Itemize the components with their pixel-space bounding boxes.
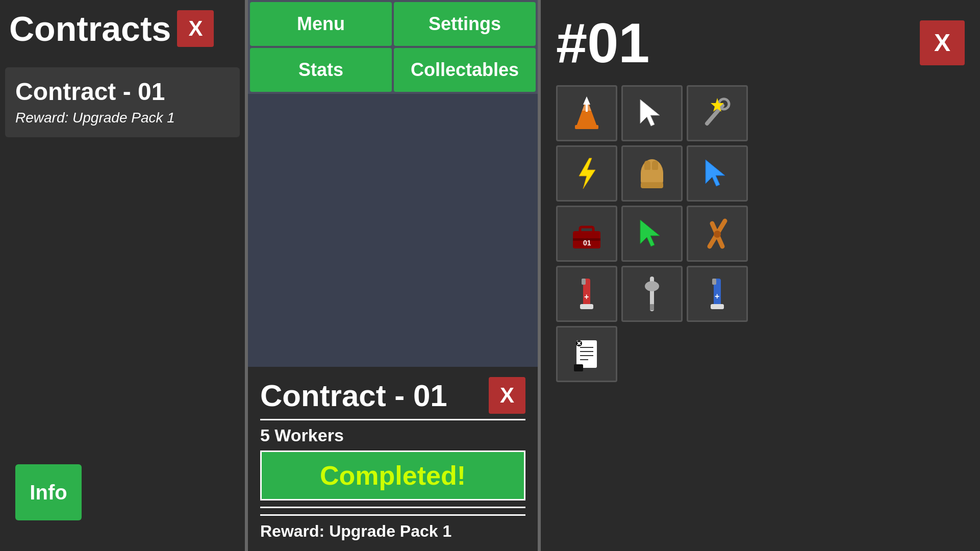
contract-detail-header: Contract - 01 X	[260, 377, 525, 414]
completed-text: Completed!	[320, 461, 466, 490]
svg-marker-15	[706, 160, 725, 186]
right-panel: #01 X	[541, 0, 980, 551]
right-header: #01 X	[546, 5, 975, 85]
eraser-red-icon-cell[interactable]: +	[556, 266, 617, 322]
svg-rect-43	[574, 364, 583, 371]
right-close-button[interactable]: X	[920, 20, 965, 65]
svg-marker-5	[640, 99, 660, 126]
nav-buttons: Menu Settings Stats Collectables	[248, 0, 538, 94]
contract-detail-divider-mid	[260, 507, 525, 508]
completed-banner: Completed!	[260, 450, 525, 500]
center-panel: Menu Settings Stats Collectables Contrac…	[245, 0, 541, 551]
svg-rect-25	[582, 279, 586, 285]
contract-detail-title: Contract - 01	[260, 378, 447, 413]
svg-text:+: +	[584, 292, 589, 301]
svg-rect-30	[650, 304, 654, 310]
contract-detail-card: Contract - 01 X 5 Workers Completed! Rew…	[248, 367, 538, 551]
svg-rect-4	[586, 105, 588, 112]
svg-marker-9	[579, 158, 595, 189]
wrench-star-icon-cell[interactable]	[687, 85, 748, 141]
contracts-close-button[interactable]: X	[177, 10, 214, 47]
contract-detail-divider-bot	[260, 514, 525, 516]
contracts-title-bar: Contracts X	[0, 0, 245, 57]
contract-paper-icon-cell[interactable]	[556, 326, 617, 382]
svg-rect-32	[712, 279, 716, 285]
svg-rect-17	[580, 227, 593, 234]
contract-detail-reward: Reward: Upgrade Pack 1	[260, 522, 525, 541]
contracts-title-text: Contracts	[9, 11, 171, 46]
pliers-brown-icon-cell[interactable]	[687, 206, 748, 262]
screwdriver-icon-cell[interactable]	[621, 266, 683, 322]
cursor-blue-icon-cell[interactable]	[687, 145, 748, 202]
center-content: Contract - 01 X 5 Workers Completed! Rew…	[248, 94, 538, 551]
contract-card-reward: Reward: Upgrade Pack 1	[15, 110, 230, 126]
svg-text:+: +	[715, 292, 719, 300]
contract-detail-close-button[interactable]: X	[489, 377, 525, 414]
collectables-button[interactable]: Collectables	[394, 48, 536, 92]
svg-point-29	[645, 281, 659, 291]
svg-marker-3	[583, 96, 590, 105]
svg-rect-14	[641, 182, 663, 188]
svg-text:01: 01	[583, 239, 591, 247]
icon-grid: 01 +	[546, 85, 758, 382]
svg-rect-12	[652, 161, 658, 171]
svg-rect-11	[644, 161, 650, 171]
glove-icon-cell[interactable]	[621, 145, 683, 202]
contract-detail-divider-top	[260, 419, 525, 420]
toolbox-icon-cell[interactable]: 01	[556, 206, 617, 262]
svg-rect-26	[580, 304, 593, 309]
menu-button[interactable]: Menu	[250, 2, 392, 46]
marker-blue-icon-cell[interactable]: +	[687, 266, 748, 322]
cone-icon-cell[interactable]	[556, 85, 617, 141]
contract-card-title: Contract - 01	[15, 79, 230, 106]
svg-rect-1	[575, 125, 598, 129]
contract-card: Contract - 01 Reward: Upgrade Pack 1	[5, 67, 240, 137]
lightning-icon-cell[interactable]	[556, 145, 617, 202]
settings-button[interactable]: Settings	[394, 2, 536, 46]
left-panel: Contracts X Contract - 01 Reward: Upgrad…	[0, 0, 245, 551]
contract-workers: 5 Workers	[260, 425, 525, 445]
contract-number: #01	[556, 10, 650, 75]
svg-marker-20	[640, 220, 660, 246]
svg-point-23	[714, 231, 721, 238]
cursor-white-icon-cell[interactable]	[621, 85, 683, 141]
stats-button[interactable]: Stats	[250, 48, 392, 92]
svg-rect-33	[711, 304, 724, 309]
cursor-green-icon-cell[interactable]	[621, 206, 683, 262]
info-button[interactable]: Info	[15, 464, 82, 520]
